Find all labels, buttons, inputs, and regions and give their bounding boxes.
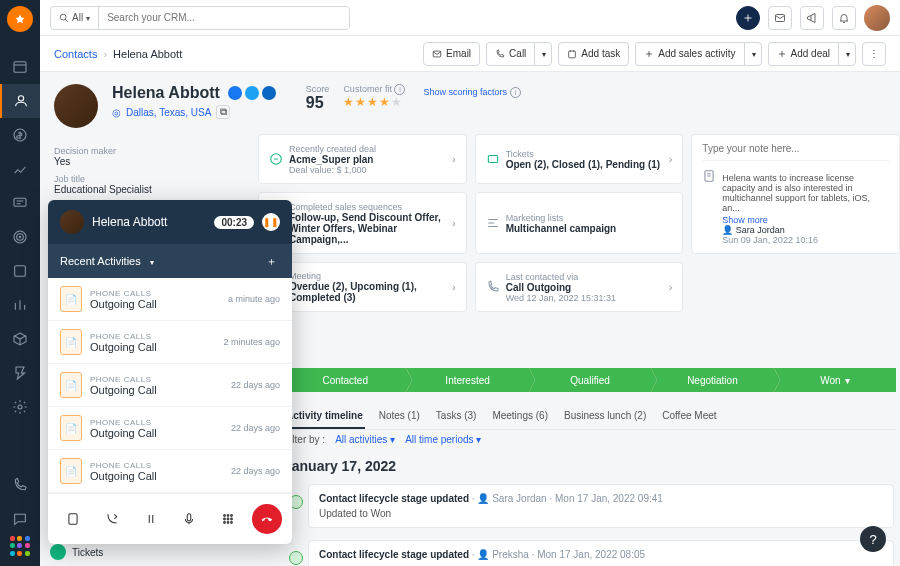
timeline-item[interactable]: Contact lifecycle stage updated · 👤 Sara… [308, 484, 894, 528]
svg-point-19 [224, 515, 226, 517]
detail-tabs: Activity timeline Notes (1) Tasks (3) Me… [284, 404, 896, 430]
nav-analytics-icon[interactable] [0, 288, 40, 322]
chevron-right-icon: › [452, 281, 456, 293]
addsales-dropdown[interactable] [744, 42, 762, 66]
note-author: 👤 Sara Jordan [722, 225, 785, 235]
nav-phone-icon[interactable] [0, 468, 40, 502]
filter-periods[interactable]: All time periods ▾ [405, 434, 481, 445]
filter-activities[interactable]: All activities ▾ [335, 434, 395, 445]
svg-point-5 [17, 234, 24, 241]
mute-icon[interactable] [174, 504, 204, 534]
nav-reports-icon[interactable] [0, 152, 40, 186]
stage-interested[interactable]: Interested [406, 368, 528, 392]
card-last-contacted[interactable]: Last contacted viaCall OutgoingWed 12 Ja… [475, 262, 684, 312]
email-button[interactable]: Email [423, 42, 480, 66]
tab-lunch[interactable]: Business lunch (2) [562, 404, 648, 429]
tab-meetings[interactable]: Meetings (6) [490, 404, 550, 429]
scoring-factors-link[interactable]: Show scoring factors [423, 87, 507, 97]
app-switcher-icon[interactable] [10, 536, 30, 556]
announce-icon[interactable] [800, 6, 824, 30]
svg-point-6 [19, 236, 20, 237]
nav-chat-icon[interactable] [0, 502, 40, 536]
phone-icon [486, 280, 500, 294]
info-icon[interactable]: i [510, 87, 521, 98]
call-list-item[interactable]: 📄PHONE CALLSOutgoing Call22 days ago [48, 364, 292, 407]
fit-stars: ★★★★★ [343, 95, 405, 109]
nav-settings-icon[interactable] [0, 390, 40, 424]
call-tab-recent[interactable]: Recent Activities [60, 255, 154, 267]
tab-notes[interactable]: Notes (1) [377, 404, 422, 429]
call-button[interactable]: Call [486, 42, 534, 66]
help-button[interactable]: ? [860, 526, 886, 552]
info-icon[interactable]: i [394, 84, 405, 95]
search-scope-selector[interactable]: All [51, 7, 99, 29]
stage-negotiation[interactable]: Negotiation [651, 368, 773, 392]
transfer-icon[interactable] [97, 504, 127, 534]
nav-conversations-icon[interactable] [0, 186, 40, 220]
note-date: Sun 09 Jan, 2022 10:16 [722, 235, 889, 245]
nav-dashboard-icon[interactable] [0, 50, 40, 84]
topbar: All [40, 0, 900, 36]
addsales-button[interactable]: Add sales activity [635, 42, 743, 66]
contact-avatar[interactable] [54, 84, 98, 128]
twitter-icon[interactable] [245, 86, 259, 100]
call-dropdown[interactable] [534, 42, 552, 66]
nav-contacts-icon[interactable] [0, 84, 40, 118]
bell-icon[interactable] [832, 6, 856, 30]
card-tickets[interactable]: TicketsOpen (2), Closed (1), Pending (1)… [475, 134, 684, 184]
stage-won[interactable]: Won ▾ [774, 368, 896, 392]
call-list-item[interactable]: 📄PHONE CALLSOutgoing Call22 days ago [48, 450, 292, 493]
chevron-right-icon: › [669, 153, 673, 165]
notes-icon[interactable] [58, 504, 88, 534]
app-logo[interactable] [7, 6, 33, 32]
nav-automation-icon[interactable] [0, 356, 40, 390]
adddeal-dropdown[interactable] [838, 42, 856, 66]
left-rail [0, 0, 40, 566]
note-icon [702, 169, 716, 183]
new-button[interactable] [736, 6, 760, 30]
dialpad-icon[interactable] [213, 504, 243, 534]
search: All [50, 6, 350, 30]
tab-coffee[interactable]: Coffee Meet [660, 404, 718, 429]
stage-qualified[interactable]: Qualified [529, 368, 651, 392]
svg-point-20 [227, 515, 229, 517]
nav-deals-icon[interactable] [0, 118, 40, 152]
call-list-item[interactable]: 📄PHONE CALLSOutgoing Call2 minutes ago [48, 321, 292, 364]
nav-products-icon[interactable] [0, 254, 40, 288]
more-actions-button[interactable]: ⋮ [862, 42, 886, 66]
search-input[interactable] [99, 7, 349, 29]
user-avatar[interactable] [864, 5, 890, 31]
nav-inventory-icon[interactable] [0, 322, 40, 356]
hold-icon[interactable] [136, 504, 166, 534]
call-list-item[interactable]: 📄PHONE CALLSOutgoing Call22 days ago [48, 407, 292, 450]
note-input[interactable] [702, 143, 889, 154]
contact-name: Helena Abbott [112, 84, 220, 102]
tab-activity[interactable]: Activity timeline [284, 404, 365, 429]
stage-contacted[interactable]: Contacted [284, 368, 406, 392]
leftnav-tickets[interactable]: Tickets [50, 544, 103, 560]
copy-icon[interactable]: ⧉ [216, 105, 230, 119]
breadcrumb-root[interactable]: Contacts [54, 48, 97, 60]
tab-tasks[interactable]: Tasks (3) [434, 404, 479, 429]
linkedin-icon[interactable] [262, 86, 276, 100]
timeline-item[interactable]: Contact lifecycle stage updated · 👤 Prek… [308, 540, 894, 566]
pause-icon[interactable]: ❚❚ [262, 213, 280, 231]
show-more-link[interactable]: Show more [722, 215, 768, 225]
end-call-button[interactable] [252, 504, 282, 534]
svg-rect-7 [15, 266, 26, 277]
adddeal-button[interactable]: Add deal [768, 42, 838, 66]
lists-icon [486, 216, 500, 230]
addtask-button[interactable]: Add task [558, 42, 629, 66]
call-widget: Helena Abbott 00:23 ❚❚ Recent Activities… [48, 200, 292, 544]
contact-location[interactable]: Dallas, Texas, USA [126, 107, 211, 118]
lifecycle-pipeline: Contacted Interested Qualified Negotiati… [284, 368, 896, 392]
call-list-item[interactable]: 📄PHONE CALLSOutgoing Calla minute ago [48, 278, 292, 321]
mail-icon[interactable] [768, 6, 792, 30]
nav-goals-icon[interactable] [0, 220, 40, 254]
detail-label: Decision maker [54, 146, 234, 156]
card-lists[interactable]: Marketing listsMultichannel campaign [475, 192, 684, 254]
call-controls [48, 493, 292, 544]
card-recent-deal[interactable]: Recently created dealAcme_Super planDeal… [258, 134, 467, 184]
facebook-icon[interactable] [228, 86, 242, 100]
add-activity-button[interactable]: ＋ [262, 252, 280, 270]
